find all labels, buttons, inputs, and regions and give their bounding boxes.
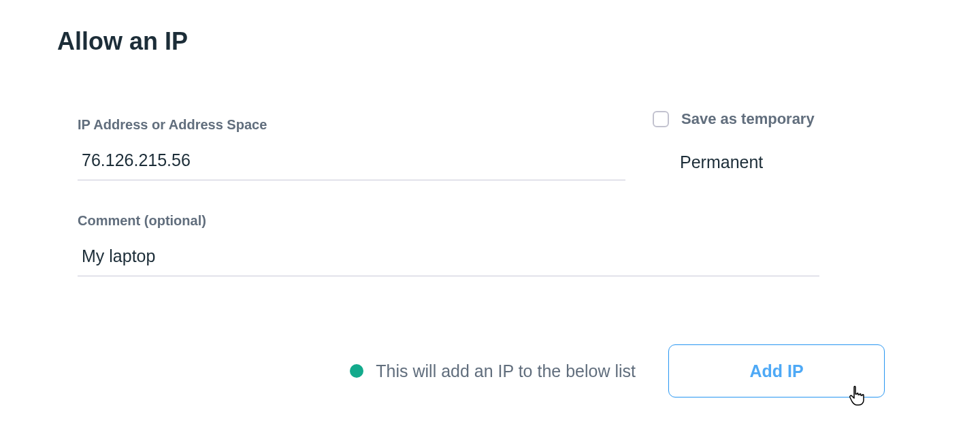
ip-address-label: IP Address or Address Space	[78, 117, 625, 133]
helper-text-wrap: This will add an IP to the below list	[350, 361, 636, 381]
save-as-temporary-row: Save as temporary	[653, 110, 815, 128]
action-row: This will add an IP to the below list Ad…	[54, 344, 885, 397]
form-section: IP Address or Address Space Save as temp…	[78, 117, 885, 276]
status-dot-icon	[350, 364, 363, 378]
helper-text: This will add an IP to the below list	[376, 361, 636, 381]
comment-label: Comment (optional)	[78, 213, 819, 229]
comment-field-group: Comment (optional)	[78, 213, 819, 276]
form-row-top: IP Address or Address Space Save as temp…	[78, 117, 885, 180]
add-ip-button[interactable]: Add IP	[668, 344, 885, 397]
add-ip-button-label: Add IP	[749, 361, 803, 380]
comment-input[interactable]	[78, 241, 819, 276]
save-as-temporary-label[interactable]: Save as temporary	[681, 110, 815, 128]
ip-address-input[interactable]	[78, 145, 625, 180]
ip-address-field-group: IP Address or Address Space	[78, 117, 625, 180]
page-title: Allow an IP	[57, 27, 926, 56]
duration-value: Permanent	[680, 152, 815, 172]
temporary-section: Save as temporary Permanent	[653, 110, 815, 172]
cursor-pointer-icon	[849, 385, 868, 406]
save-as-temporary-checkbox[interactable]	[653, 111, 669, 127]
